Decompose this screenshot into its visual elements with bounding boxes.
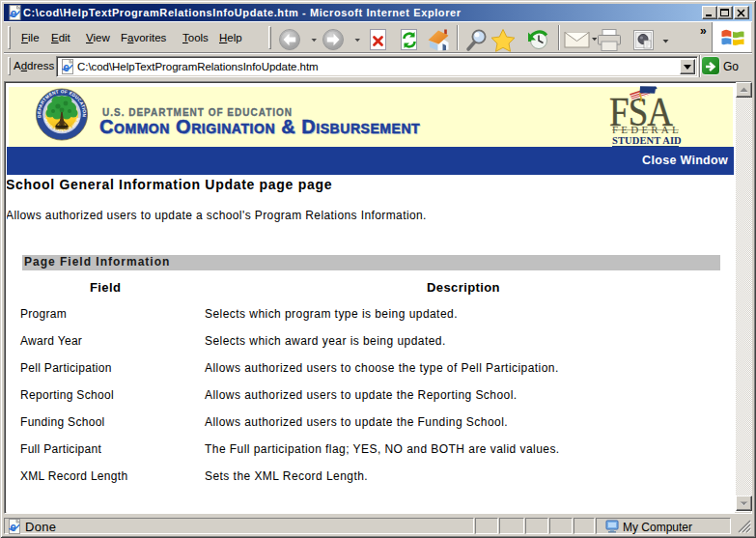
- svg-text:e: e: [11, 7, 17, 20]
- svg-text:e: e: [10, 521, 16, 534]
- svg-text:e: e: [63, 61, 70, 74]
